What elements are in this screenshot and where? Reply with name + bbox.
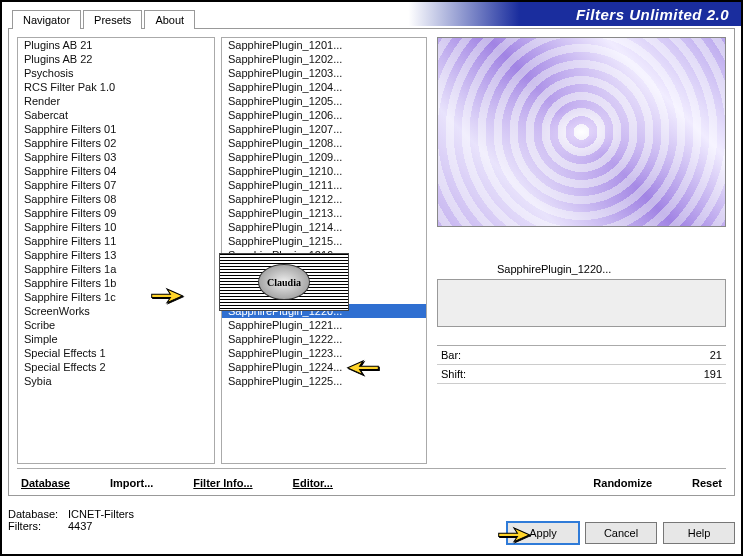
help-button[interactable]: Help xyxy=(663,522,735,544)
filters-value: 4437 xyxy=(68,520,92,532)
list-item[interactable]: SapphirePlugin_1201... xyxy=(222,38,426,52)
param-row-bar[interactable]: Bar: 21 xyxy=(437,346,726,365)
parameter-table: Bar: 21 Shift: 191 xyxy=(437,345,726,464)
list-item[interactable]: Sapphire Filters 07 xyxy=(18,178,214,192)
list-item[interactable]: Sapphire Filters 13 xyxy=(18,248,214,262)
database-label: Database: xyxy=(8,508,64,520)
list-item[interactable]: Sapphire Filters 10 xyxy=(18,220,214,234)
preview-pane: SapphirePlugin_1220... Bar: 21 Shift: 19… xyxy=(433,37,726,464)
list-item[interactable]: Sapphire Filters 08 xyxy=(18,192,214,206)
list-item[interactable]: Sapphire Filters 01 xyxy=(18,122,214,136)
list-item[interactable]: Sapphire Filters 02 xyxy=(18,136,214,150)
param-bar-value: 21 xyxy=(710,349,722,361)
watermark-logo: Claudia xyxy=(219,253,349,311)
list-item[interactable]: Sapphire Filters 03 xyxy=(18,150,214,164)
action-row: Database Import... Filter Info... Editor… xyxy=(17,468,726,491)
list-item[interactable]: SapphirePlugin_1205... xyxy=(222,94,426,108)
database-value: ICNET-Filters xyxy=(68,508,134,520)
list-item[interactable]: SapphirePlugin_1202... xyxy=(222,52,426,66)
list-item[interactable]: SapphirePlugin_1209... xyxy=(222,150,426,164)
param-shift-value: 191 xyxy=(704,368,722,380)
apply-button[interactable]: Apply xyxy=(507,522,579,544)
tab-strip: Navigator Presets About xyxy=(12,10,197,29)
list-item[interactable]: Sybia xyxy=(18,374,214,388)
list-item[interactable]: SapphirePlugin_1224... xyxy=(222,360,426,374)
plugin-list-container: SapphirePlugin_1201...SapphirePlugin_120… xyxy=(221,37,427,464)
app-title: Filters Unlimited 2.0 xyxy=(576,6,729,23)
list-item[interactable]: Sapphire Filters 11 xyxy=(18,234,214,248)
list-item[interactable]: SapphirePlugin_1215... xyxy=(222,234,426,248)
footer-buttons: Apply Cancel Help xyxy=(507,502,735,548)
cancel-button[interactable]: Cancel xyxy=(585,522,657,544)
list-item[interactable]: Sabercat xyxy=(18,108,214,122)
list-item[interactable]: Special Effects 1 xyxy=(18,346,214,360)
list-item[interactable]: SapphirePlugin_1203... xyxy=(222,66,426,80)
list-item[interactable]: SapphirePlugin_1223... xyxy=(222,346,426,360)
list-item[interactable]: Sapphire Filters 1c xyxy=(18,290,214,304)
list-item[interactable]: Sapphire Filters 04 xyxy=(18,164,214,178)
list-item[interactable]: SapphirePlugin_1214... xyxy=(222,220,426,234)
watermark-text: Claudia xyxy=(258,264,310,300)
list-item[interactable]: SapphirePlugin_1221... xyxy=(222,318,426,332)
list-item[interactable]: SapphirePlugin_1225... xyxy=(222,374,426,388)
list-item[interactable]: SapphirePlugin_1222... xyxy=(222,332,426,346)
plugin-list[interactable]: SapphirePlugin_1201...SapphirePlugin_120… xyxy=(222,38,426,463)
list-item[interactable]: Sapphire Filters 1a xyxy=(18,262,214,276)
list-item[interactable]: Render xyxy=(18,94,214,108)
footer-meta: Database: ICNET-Filters Filters: 4437 xyxy=(8,502,507,548)
list-item[interactable]: SapphirePlugin_1204... xyxy=(222,80,426,94)
category-list[interactable]: Plugins AB 21Plugins AB 22PsychosisRCS F… xyxy=(18,38,214,463)
list-item[interactable]: Psychosis xyxy=(18,66,214,80)
list-item[interactable]: SapphirePlugin_1213... xyxy=(222,206,426,220)
list-item[interactable]: SapphirePlugin_1206... xyxy=(222,108,426,122)
list-item[interactable]: Sapphire Filters 1b xyxy=(18,276,214,290)
list-item[interactable]: RCS Filter Pak 1.0 xyxy=(18,80,214,94)
list-item[interactable]: SapphirePlugin_1210... xyxy=(222,164,426,178)
plugin-progress-row: SapphirePlugin_1220... xyxy=(437,263,726,275)
filter-preview xyxy=(437,37,726,227)
plugin-name-label: SapphirePlugin_1220... xyxy=(437,263,687,275)
category-list-container: Plugins AB 21Plugins AB 22PsychosisRCS F… xyxy=(17,37,215,464)
filters-label: Filters: xyxy=(8,520,64,532)
list-item[interactable]: Plugins AB 22 xyxy=(18,52,214,66)
filterinfo-link[interactable]: Filter Info... xyxy=(193,477,252,489)
param-shift-label: Shift: xyxy=(441,368,466,380)
reset-link[interactable]: Reset xyxy=(692,477,722,489)
randomize-link[interactable]: Randomize xyxy=(593,477,652,489)
footer: Database: ICNET-Filters Filters: 4437 Ap… xyxy=(8,502,735,548)
list-item[interactable]: SapphirePlugin_1212... xyxy=(222,192,426,206)
progress-bar xyxy=(437,279,726,327)
list-item[interactable]: SapphirePlugin_1208... xyxy=(222,136,426,150)
list-item[interactable]: Simple xyxy=(18,332,214,346)
database-link[interactable]: Database xyxy=(21,477,70,489)
tab-about[interactable]: About xyxy=(144,10,195,29)
param-bar-label: Bar: xyxy=(441,349,461,361)
list-item[interactable]: ScreenWorks xyxy=(18,304,214,318)
list-item[interactable]: Special Effects 2 xyxy=(18,360,214,374)
param-row-shift[interactable]: Shift: 191 xyxy=(437,365,726,384)
list-item[interactable]: Sapphire Filters 09 xyxy=(18,206,214,220)
list-item[interactable]: SapphirePlugin_1207... xyxy=(222,122,426,136)
list-item[interactable]: SapphirePlugin_1211... xyxy=(222,178,426,192)
editor-link[interactable]: Editor... xyxy=(293,477,333,489)
list-item[interactable]: Plugins AB 21 xyxy=(18,38,214,52)
tab-presets[interactable]: Presets xyxy=(83,10,142,29)
import-link[interactable]: Import... xyxy=(110,477,153,489)
tab-navigator[interactable]: Navigator xyxy=(12,10,81,29)
list-item[interactable]: Scribe xyxy=(18,318,214,332)
navigator-panel: Plugins AB 21Plugins AB 22PsychosisRCS F… xyxy=(8,28,735,496)
